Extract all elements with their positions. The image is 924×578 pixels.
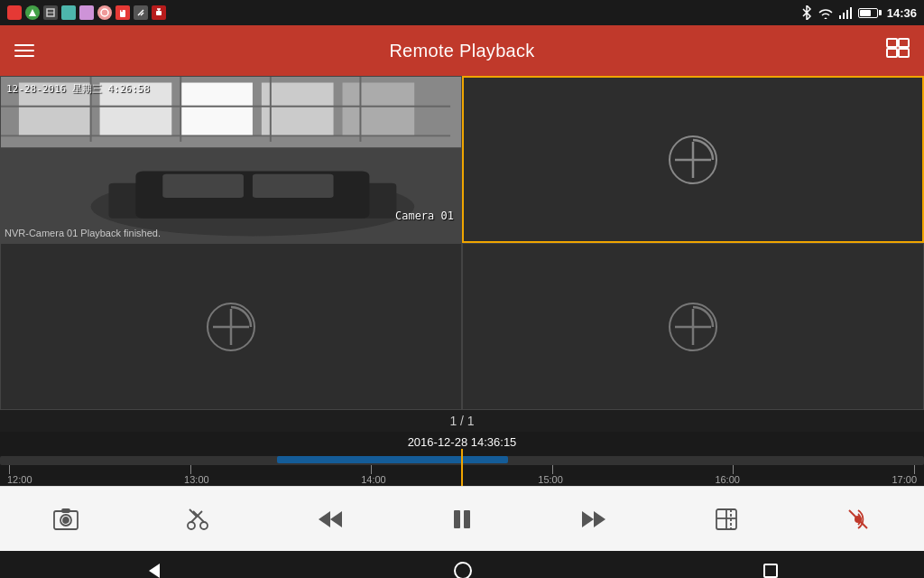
bluetooth-icon [800, 5, 813, 20]
menu-button[interactable] [14, 44, 34, 57]
timeline-label-16: 16:00 [715, 474, 740, 485]
svg-rect-59 [454, 510, 460, 528]
svg-point-3 [101, 9, 108, 16]
camera-label: Camera 01 [395, 210, 454, 222]
status-app-icons [7, 5, 166, 20]
svg-marker-69 [149, 564, 160, 578]
page-indicator: 1 / 1 [0, 410, 924, 432]
video-cell-1[interactable]: 12-28-2016 星期三 4:26:58 Camera 01 NVR-Cam… [0, 76, 462, 243]
app-icon-1 [7, 5, 22, 20]
app-icon-6 [97, 5, 112, 20]
add-camera-icon-4 [666, 300, 720, 354]
app-icon-7 [116, 5, 130, 20]
svg-marker-61 [582, 511, 594, 527]
svg-rect-71 [764, 564, 777, 577]
home-button[interactable] [435, 554, 491, 578]
svg-point-52 [188, 522, 195, 529]
svg-marker-58 [330, 511, 342, 527]
app-icon-9 [152, 5, 166, 20]
svg-rect-4 [120, 10, 125, 17]
svg-rect-26 [343, 83, 415, 136]
wifi-icon [838, 6, 853, 19]
status-bar: 14:36 [0, 0, 924, 25]
timeline-label-17: 17:00 [892, 474, 917, 485]
svg-line-55 [193, 511, 204, 522]
timeline[interactable]: 2016-12-28 14:36:15 [0, 432, 924, 486]
video-cell-2[interactable] [462, 76, 924, 243]
svg-rect-8 [156, 11, 162, 15]
svg-point-11 [824, 18, 827, 20]
nav-bar [0, 551, 924, 578]
svg-marker-0 [29, 9, 36, 16]
svg-rect-15 [850, 7, 852, 19]
bottom-toolbar [0, 486, 924, 551]
layout-button[interactable] [886, 38, 910, 63]
timeline-label-14: 14:00 [361, 474, 386, 485]
recent-button[interactable] [744, 555, 797, 578]
video-grid: 12-28-2016 星期三 4:26:58 Camera 01 NVR-Cam… [0, 76, 924, 410]
svg-rect-17 [899, 39, 909, 47]
battery-icon [858, 8, 882, 18]
signal-icon [818, 6, 833, 19]
camera-status: NVR-Camera 01 Playback finished. [5, 228, 161, 238]
bookmark-button[interactable] [702, 499, 751, 540]
video-cell-4[interactable] [462, 243, 924, 410]
app-icon-8 [134, 5, 148, 20]
svg-rect-38 [253, 174, 334, 198]
svg-rect-14 [846, 10, 848, 19]
back-button[interactable] [127, 555, 181, 578]
svg-rect-19 [899, 49, 909, 57]
add-camera-icon [666, 133, 720, 187]
screenshot-button[interactable] [42, 499, 90, 540]
timeline-label-12: 12:00 [7, 474, 32, 485]
fastforward-button[interactable] [569, 499, 618, 540]
rewind-button[interactable] [306, 499, 355, 540]
svg-rect-18 [887, 49, 897, 57]
svg-line-68 [849, 510, 867, 528]
video-cell-3[interactable] [0, 243, 462, 410]
app-icon-3 [43, 5, 58, 20]
svg-point-70 [455, 563, 471, 578]
status-right-icons: 14:36 [800, 5, 917, 20]
app-bar: Remote Playback [0, 25, 924, 76]
clip-button[interactable] [173, 499, 222, 540]
svg-rect-13 [843, 13, 845, 19]
time-display: 14:36 [887, 6, 917, 20]
svg-marker-62 [594, 511, 605, 527]
app-icon-5 [79, 5, 94, 20]
svg-rect-25 [262, 83, 334, 136]
svg-marker-57 [319, 511, 330, 527]
svg-point-50 [63, 517, 69, 523]
page-label: 1 / 1 [449, 414, 474, 428]
timeline-label-15: 15:00 [538, 474, 563, 485]
svg-rect-16 [887, 39, 897, 47]
app-icon-2 [25, 5, 40, 20]
svg-rect-12 [839, 15, 841, 19]
recording-bar [277, 456, 508, 463]
svg-point-53 [200, 522, 208, 529]
mute-button[interactable] [834, 499, 882, 540]
page-title: Remote Playback [389, 41, 534, 61]
svg-rect-37 [162, 174, 244, 198]
svg-rect-60 [464, 510, 470, 528]
app-icon-4 [61, 5, 76, 20]
pause-button[interactable] [438, 499, 486, 540]
svg-rect-24 [180, 83, 253, 136]
add-camera-icon-3 [204, 300, 258, 354]
timeline-datetime: 2016-12-28 14:36:15 [0, 432, 924, 449]
camera-timestamp: 12-28-2016 星期三 4:26:58 [6, 82, 150, 96]
timeline-label-13: 13:00 [184, 474, 209, 485]
